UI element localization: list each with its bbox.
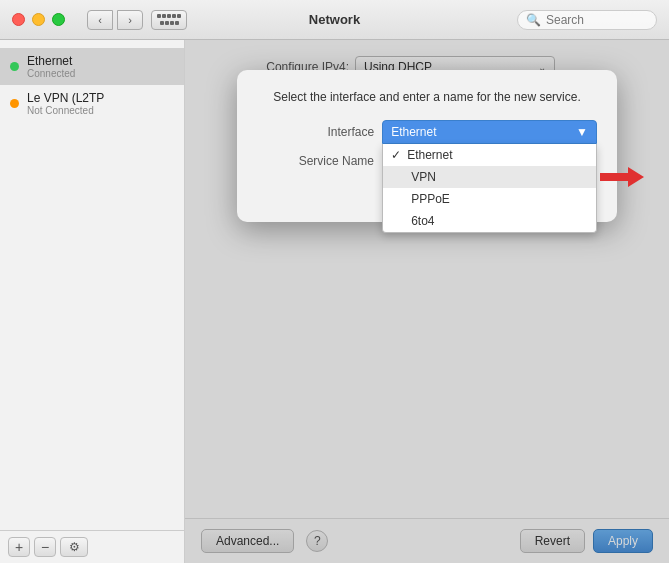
remove-interface-button[interactable]: − — [34, 537, 56, 557]
dropdown-chevron-icon: ▼ — [576, 125, 588, 139]
sidebar-item-vpn[interactable]: Le VPN (L2TP Not Connected — [0, 85, 184, 122]
dropdown-item-label-vpn: VPN — [411, 170, 436, 184]
interface-dropdown-container: Ethernet ▼ Ethernet VPN — [382, 120, 597, 144]
status-dot-ethernet — [10, 62, 19, 71]
selected-interface-label: Ethernet — [391, 125, 436, 139]
titlebar: ‹ › Network 🔍 — [0, 0, 669, 40]
dropdown-item-label-6to4: 6to4 — [411, 214, 434, 228]
sidebar-item-status-ethernet: Connected — [27, 68, 75, 79]
search-input[interactable] — [546, 13, 646, 27]
sidebar-item-status-vpn: Not Connected — [27, 105, 104, 116]
search-icon: 🔍 — [526, 13, 541, 27]
interface-dropdown-selected[interactable]: Ethernet ▼ — [382, 120, 597, 144]
main-panel: Configure IPv4: Using DHCP ⌄ IP Address:… — [185, 40, 669, 563]
modal-interface-label: Interface — [257, 125, 374, 139]
sidebar-item-text-vpn: Le VPN (L2TP Not Connected — [27, 91, 104, 116]
svg-marker-0 — [600, 167, 644, 187]
dropdown-item-label-pppoe: PPPoE — [411, 192, 450, 206]
dropdown-item-pppoe[interactable]: PPPoE — [383, 188, 596, 210]
add-interface-button[interactable]: + — [8, 537, 30, 557]
modal-title: Select the interface and enter a name fo… — [257, 90, 597, 104]
sidebar-item-name-ethernet: Ethernet — [27, 54, 75, 68]
sidebar: Ethernet Connected Le VPN (L2TP Not Conn… — [0, 40, 185, 563]
modal-service-label: Service Name — [257, 154, 374, 168]
arrow-indicator — [600, 165, 644, 189]
modal-dialog: Select the interface and enter a name fo… — [237, 70, 617, 222]
nav-buttons: ‹ › — [87, 10, 143, 30]
dropdown-item-6to4[interactable]: 6to4 — [383, 210, 596, 232]
grid-button[interactable] — [151, 10, 187, 30]
sidebar-footer: + − ⚙ — [0, 530, 184, 563]
vpn-arrow-icon — [600, 165, 644, 189]
dropdown-item-vpn[interactable]: VPN — [383, 166, 596, 188]
gear-menu-button[interactable]: ⚙ — [60, 537, 88, 557]
status-dot-vpn — [10, 99, 19, 108]
forward-button[interactable]: › — [117, 10, 143, 30]
sidebar-item-ethernet[interactable]: Ethernet Connected — [0, 48, 184, 85]
modal-overlay: Select the interface and enter a name fo… — [185, 40, 669, 563]
interface-dropdown-list: Ethernet VPN — [382, 144, 597, 233]
sidebar-list: Ethernet Connected Le VPN (L2TP Not Conn… — [0, 40, 184, 530]
main-content: Ethernet Connected Le VPN (L2TP Not Conn… — [0, 40, 669, 563]
sidebar-item-text-ethernet: Ethernet Connected — [27, 54, 75, 79]
dropdown-item-label-ethernet: Ethernet — [407, 148, 452, 162]
dropdown-item-ethernet[interactable]: Ethernet — [383, 144, 596, 166]
window-title: Network — [309, 12, 360, 27]
search-box[interactable]: 🔍 — [517, 10, 657, 30]
close-button[interactable] — [12, 13, 25, 26]
window-controls — [12, 13, 65, 26]
minimize-button[interactable] — [32, 13, 45, 26]
maximize-button[interactable] — [52, 13, 65, 26]
modal-interface-row: Interface Ethernet ▼ Ethernet VPN — [257, 120, 597, 144]
back-button[interactable]: ‹ — [87, 10, 113, 30]
sidebar-item-name-vpn: Le VPN (L2TP — [27, 91, 104, 105]
